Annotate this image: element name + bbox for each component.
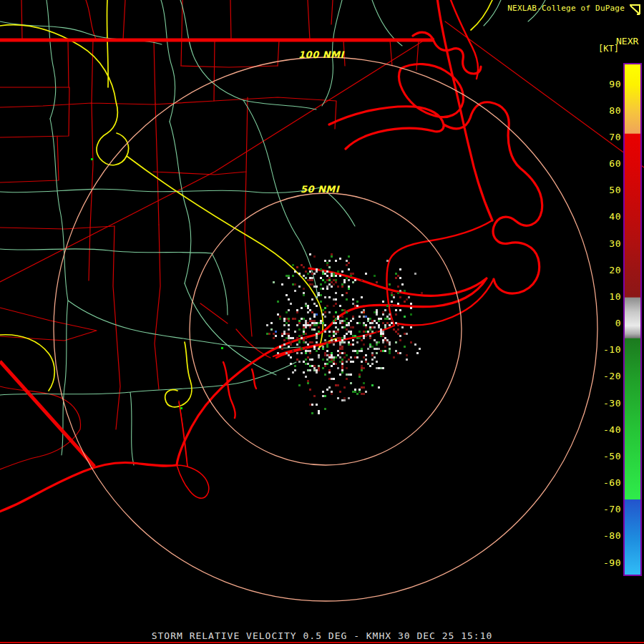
echo-cell <box>337 354 339 356</box>
echo-cell <box>303 326 305 328</box>
echo-cell <box>296 324 298 326</box>
echo-cell <box>333 316 335 318</box>
echo-cell <box>391 320 393 322</box>
echo-cell <box>339 305 341 307</box>
echo-cell <box>294 270 296 273</box>
echo-cell <box>404 301 406 303</box>
echo-cell <box>294 331 296 333</box>
echo-cell <box>361 393 363 395</box>
echo-cell <box>266 324 268 326</box>
colorbar-tick-label: -20 <box>590 371 621 382</box>
echo-cell <box>378 324 380 326</box>
echo-cell <box>371 352 374 354</box>
echo-cell <box>384 318 386 320</box>
echo-cell <box>395 341 397 343</box>
echo-cell <box>298 384 301 386</box>
echo-cell <box>305 324 307 326</box>
echo-cell <box>348 322 350 324</box>
echo-cell <box>384 324 386 326</box>
echo-cell <box>288 339 290 341</box>
echo-cell <box>303 371 305 374</box>
echo-cell <box>393 356 395 358</box>
college-logo-icon <box>629 4 641 16</box>
echo-cell <box>404 346 406 348</box>
echo-cell <box>391 305 393 307</box>
echo-cell <box>294 318 296 320</box>
echo-cell <box>380 328 382 331</box>
echo-cell <box>303 292 305 294</box>
radar-display: 50 NMI100 NMI NEXLAB-College of DuPage N… <box>0 0 644 644</box>
echo-cell <box>404 316 406 318</box>
colorbar <box>623 63 642 576</box>
echo-cell <box>352 335 354 337</box>
echo-cell <box>309 283 311 286</box>
nc-sc-border <box>0 361 94 467</box>
echo-cell <box>328 369 331 371</box>
echo-cell <box>397 275 399 277</box>
echo-cell <box>311 320 313 322</box>
echo-cell <box>339 374 341 376</box>
echo-cell <box>382 350 384 352</box>
echo-cell <box>333 322 335 324</box>
echo-cell <box>399 290 401 292</box>
echo-cell <box>331 286 333 288</box>
echo-cell <box>270 322 273 324</box>
echo-cell <box>352 303 354 305</box>
echo-cell <box>316 350 318 352</box>
echo-cell <box>286 294 288 296</box>
echo-cell <box>369 335 371 337</box>
echo-cell <box>399 268 401 270</box>
echo-cell <box>399 296 401 298</box>
echo-cell <box>328 335 331 337</box>
echo-cell <box>404 290 406 292</box>
echo-cell <box>292 318 294 320</box>
echo-cell <box>389 283 391 286</box>
echo-cell <box>333 361 335 363</box>
echo-cell <box>305 322 307 324</box>
echo-cell <box>266 333 268 335</box>
echo-cell <box>378 367 380 369</box>
echo-cell <box>371 358 374 361</box>
echo-cell <box>328 260 331 262</box>
echo-cell <box>371 384 374 386</box>
echo-cell <box>363 337 365 339</box>
echo-cell <box>371 363 374 365</box>
echo-cell <box>309 277 311 279</box>
colorbar-tick-label: -50 <box>590 451 621 462</box>
yellow-highway-misc <box>0 0 492 407</box>
echo-cell <box>288 328 290 331</box>
echo-cell <box>406 333 408 335</box>
echo-cell <box>281 348 283 350</box>
echo-cell <box>352 316 354 318</box>
echo-cell <box>326 389 328 391</box>
echo-cell <box>311 412 313 414</box>
echo-cell <box>395 313 397 316</box>
velocity-echoes <box>266 253 423 414</box>
echo-cell <box>361 279 363 281</box>
echo-cell <box>361 367 363 369</box>
echo-cell <box>279 346 281 348</box>
echo-cell <box>309 404 311 406</box>
echo-cell <box>384 346 386 348</box>
echo-cell <box>311 311 313 313</box>
echo-cell <box>313 324 316 326</box>
echo-cell <box>382 335 384 337</box>
echo-cell <box>322 322 324 324</box>
echo-cell <box>343 341 346 343</box>
echo-cell <box>335 281 337 283</box>
echo-cell <box>305 363 307 365</box>
echo-cell <box>322 358 324 361</box>
echo-cell <box>343 281 346 283</box>
echo-cell <box>341 341 343 343</box>
echo-cell <box>313 255 316 258</box>
echo-cell <box>365 324 367 326</box>
echo-cell <box>307 350 309 352</box>
echo-cell <box>316 371 318 374</box>
echo-cell <box>380 318 382 320</box>
echo-cell <box>343 279 346 281</box>
echo-cell <box>365 316 367 318</box>
echo-cell <box>346 354 348 356</box>
echo-cell <box>301 307 303 309</box>
echo-cell <box>350 382 352 384</box>
echo-cell <box>371 322 374 324</box>
